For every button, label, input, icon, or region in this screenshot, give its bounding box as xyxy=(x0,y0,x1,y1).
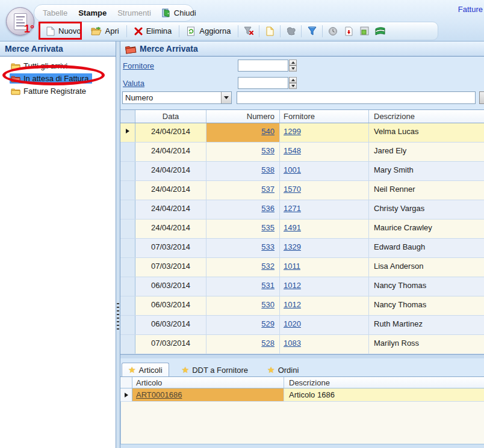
numero-link[interactable]: 538 xyxy=(261,165,275,174)
numero-link[interactable]: 537 xyxy=(261,185,275,194)
table-row[interactable]: 24/04/20145351491Maurice Crawley xyxy=(120,219,484,239)
valuta-spinner[interactable] xyxy=(289,77,297,89)
nuovo-button[interactable]: Nuovo xyxy=(42,25,86,38)
numero-cell: 540 xyxy=(206,123,280,142)
clear-filter-button[interactable] xyxy=(241,24,256,38)
table-row[interactable]: 24/04/20145381001Mary Smith xyxy=(120,162,484,181)
elimina-button[interactable]: Elimina xyxy=(129,25,177,37)
articolo-link[interactable]: ART0001686 xyxy=(136,390,182,399)
numero-link[interactable]: 528 xyxy=(261,339,275,348)
preview-panel-button[interactable] xyxy=(356,24,372,38)
numero-link[interactable]: 531 xyxy=(261,281,275,290)
fornitore-link[interactable]: 1020 xyxy=(284,319,301,328)
bottom-scrollbar[interactable] xyxy=(120,444,484,448)
fornitore-link[interactable]: 1012 xyxy=(284,281,301,290)
app-window: Tabelle Stampe Strumenti Chiudi Fatture … xyxy=(0,0,484,448)
fornitore-link[interactable]: 1491 xyxy=(284,223,301,232)
numero-link[interactable]: 536 xyxy=(261,204,275,213)
main-panel: Merce Arrivata Fornitore Valuta Numero xyxy=(120,41,484,448)
table-row[interactable]: 07/03/20145331329Edward Baugh xyxy=(120,239,484,258)
table-row[interactable]: 06/03/20145291020Ruth Martinez xyxy=(120,316,484,335)
spinner-down-icon[interactable] xyxy=(289,66,297,72)
apri-button[interactable]: Apri xyxy=(86,25,124,37)
stamp-button[interactable] xyxy=(283,24,299,38)
clock-button[interactable] xyxy=(325,24,341,38)
table-row[interactable]: 07/03/20145321011Lisa Anderson xyxy=(120,258,484,277)
main-header: Merce Arrivata xyxy=(120,41,484,57)
menu-item-tabelle[interactable]: Tabelle xyxy=(43,8,67,17)
sidebar-item-fatture-registrate[interactable]: Fatture Registrate xyxy=(0,85,116,97)
spinner-up-icon[interactable] xyxy=(289,77,297,83)
fornitore-link[interactable]: 1011 xyxy=(284,262,300,271)
spinner-down-icon[interactable] xyxy=(289,83,297,89)
table-row[interactable]: 24/04/20145371570Neil Renner xyxy=(120,181,484,200)
search-input[interactable] xyxy=(237,91,476,104)
search-side-button[interactable] xyxy=(479,91,484,104)
detail-empty-area xyxy=(120,402,484,444)
column-header-articolo[interactable]: Articolo xyxy=(132,377,284,388)
menu-item-stampe[interactable]: Stampe xyxy=(78,8,107,17)
column-header-fornitore[interactable]: Fornitore xyxy=(280,110,369,123)
numero-cell: 532 xyxy=(206,258,280,277)
valuta-input[interactable] xyxy=(238,77,288,89)
column-header-descrizione[interactable]: Descrizione xyxy=(369,110,484,123)
fornitore-link[interactable]: 1001 xyxy=(284,165,301,174)
descrizione-cell: Edward Baugh xyxy=(369,239,484,257)
fornitore-link[interactable]: 1548 xyxy=(284,146,301,155)
descrizione-cell: Articolo 1686 xyxy=(284,388,484,401)
numero-link[interactable]: 530 xyxy=(261,300,275,309)
row-indicator xyxy=(120,123,135,142)
numero-link[interactable]: 532 xyxy=(261,262,275,271)
fornitore-link[interactable]: 1570 xyxy=(284,185,301,194)
aggiorna-button[interactable]: Aggiorna xyxy=(182,25,235,38)
table-row[interactable]: 24/04/20145361271Christy Vargas xyxy=(120,200,484,219)
tab-articoli[interactable]: ★ Articoli xyxy=(122,363,169,376)
sidebar-item-tutti-gli-arrivi[interactable]: Tutti gli arrivi xyxy=(0,60,116,72)
table-row[interactable]: 24/04/20145391548Jared Ely xyxy=(120,143,484,162)
tab-ordini[interactable]: ★ Ordini xyxy=(261,363,305,376)
numero-link[interactable]: 540 xyxy=(261,127,275,136)
filter-button[interactable] xyxy=(304,24,320,38)
row-indicator xyxy=(120,388,132,401)
numero-link[interactable]: 529 xyxy=(261,319,275,328)
green-book-button[interactable] xyxy=(372,24,388,38)
refresh-icon xyxy=(187,26,196,36)
fornitore-link[interactable]: 1083 xyxy=(284,339,301,348)
fornitore-input[interactable] xyxy=(238,60,288,72)
descrizione-cell: Mary Smith xyxy=(369,162,484,180)
search-field-select[interactable]: Numero xyxy=(122,91,232,104)
fornitore-link[interactable]: 1012 xyxy=(284,300,301,309)
export-document-button[interactable] xyxy=(341,24,356,38)
fornitore-label[interactable]: Fornitore xyxy=(123,61,154,70)
fatture-link[interactable]: Fatture xyxy=(458,5,483,14)
menu-item-chiudi[interactable]: Chiudi xyxy=(162,8,196,17)
blank-document-button[interactable] xyxy=(262,24,278,38)
numero-link[interactable]: 539 xyxy=(261,146,275,155)
numero-link[interactable]: 535 xyxy=(261,223,275,232)
red-x-icon xyxy=(134,27,143,35)
row-indicator xyxy=(120,239,135,257)
tab-ddt-a-fornitore[interactable]: ★ DDT a Fornitore xyxy=(175,363,255,376)
fornitore-spinner[interactable] xyxy=(289,60,297,72)
menu-item-strumenti[interactable]: Strumenti xyxy=(117,8,151,17)
detail-row[interactable]: ART0001686Articolo 1686 xyxy=(120,388,484,402)
table-row[interactable]: 06/03/20145301012Nancy Thomas xyxy=(120,296,484,316)
table-row[interactable]: 24/04/20145401299Velma Lucas xyxy=(120,123,484,143)
fornitore-cell: 1329 xyxy=(280,239,369,257)
column-header-data[interactable]: Data xyxy=(135,110,206,123)
table-row[interactable]: 07/03/20145281083Marilyn Ross xyxy=(120,335,484,354)
fornitore-link[interactable]: 1329 xyxy=(284,242,301,251)
app-menu-button[interactable] xyxy=(6,7,34,35)
descrizione-cell: Velma Lucas xyxy=(369,123,484,142)
table-row[interactable]: 06/03/20145311012Nancy Thomas xyxy=(120,277,484,296)
horizontal-scrollbar[interactable] xyxy=(120,354,484,358)
fornitore-link[interactable]: 1271 xyxy=(284,204,301,213)
sidebar-splitter[interactable] xyxy=(116,41,120,448)
fornitore-link[interactable]: 1299 xyxy=(284,127,301,136)
sidebar-item-in-attesa-di-fattura[interactable]: In attesa di Fattura xyxy=(0,72,116,85)
valuta-label[interactable]: Valuta xyxy=(123,79,144,88)
column-header-descrizione[interactable]: Descrizione xyxy=(284,377,484,388)
spinner-up-icon[interactable] xyxy=(289,60,297,66)
numero-link[interactable]: 533 xyxy=(261,242,275,251)
column-header-numero[interactable]: Numero xyxy=(206,110,280,123)
